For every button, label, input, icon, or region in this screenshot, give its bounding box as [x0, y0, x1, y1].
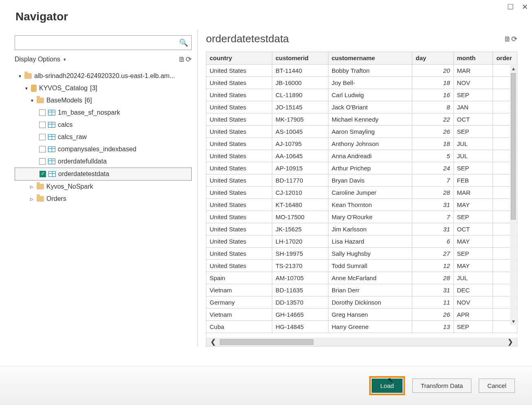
- cell-day: 22: [412, 113, 453, 125]
- tree-root-label: alb-srinadh20242-624920320.us-east-1.elb…: [34, 72, 175, 80]
- checkbox[interactable]: [39, 122, 46, 128]
- cell-customerid: TS-21370: [272, 259, 328, 272]
- cancel-button[interactable]: Cancel: [479, 379, 515, 393]
- column-header[interactable]: order: [493, 52, 517, 64]
- table-row[interactable]: United StatesAJ-10795Anthony Johnson18JU…: [206, 137, 517, 150]
- checkbox[interactable]: [39, 146, 46, 152]
- maximize-icon[interactable]: ☐: [507, 3, 514, 11]
- cell-country: United States: [206, 211, 272, 223]
- cell-day: 31: [412, 198, 453, 211]
- cell-country: United States: [206, 137, 272, 150]
- load-button[interactable]: Load: [372, 379, 402, 393]
- refresh-icon[interactable]: 🗎⟳: [178, 55, 192, 64]
- table-row[interactable]: United StatesCJ-12010Caroline Jumper28MA…: [206, 186, 517, 198]
- table-row[interactable]: United StatesJO-15145Jack O'Briant8JAN: [206, 101, 517, 113]
- table-row[interactable]: CubaHG-14845Harry Greene13SEP: [206, 320, 517, 333]
- column-header[interactable]: month: [453, 52, 493, 64]
- table-row[interactable]: GermanyDD-13570Dorothy Dickinson11NOV: [206, 296, 517, 308]
- table-row[interactable]: United StatesAP-10915Arthur Prichep24SEP: [206, 162, 517, 174]
- cell-customerid: BT-11440: [272, 64, 328, 76]
- table-icon: [48, 110, 55, 115]
- cell-customerid: AP-10915: [272, 162, 328, 174]
- tree-catalog[interactable]: ▼ KYVOS_Catalog [3]: [15, 82, 192, 94]
- table-row[interactable]: United StatesAA-10645Anna Andreadi5JUL: [206, 150, 517, 162]
- scroll-thumb[interactable]: [220, 339, 313, 345]
- search-icon[interactable]: 🔍: [179, 38, 188, 47]
- tree-table-item[interactable]: calcs: [15, 119, 192, 131]
- table-row[interactable]: United StatesTS-21370Todd Sumrall12MAY: [206, 259, 517, 272]
- caret-down-icon[interactable]: ▼: [18, 74, 22, 78]
- scroll-up-icon[interactable]: ▴: [511, 64, 516, 72]
- scroll-thumb[interactable]: [511, 73, 516, 220]
- cell-customername: Anna Andreadi: [328, 150, 412, 162]
- search-input[interactable]: [18, 39, 179, 46]
- vertical-scrollbar[interactable]: ▴ ▾: [510, 64, 517, 325]
- table-row[interactable]: United StatesLH-17020Lisa Hazard6MAY: [206, 235, 517, 247]
- caret-right-icon[interactable]: ▷: [30, 185, 34, 189]
- tree-table-item[interactable]: orderdatefulldata: [15, 155, 192, 168]
- tree-orders-label: Orders: [46, 195, 66, 202]
- table-row[interactable]: United StatesCL-11890Carl Ludwig16SEP: [206, 89, 517, 101]
- tree-table-label: orderdatefulldata: [58, 158, 107, 165]
- table-row[interactable]: United StatesKT-16480Kean Thornton31MAY: [206, 198, 517, 211]
- caret-down-icon[interactable]: ▼: [24, 86, 28, 91]
- column-header[interactable]: day: [412, 52, 453, 64]
- table-row[interactable]: VietnamGH-14665Greg Hansen26APR: [206, 308, 517, 320]
- table-row[interactable]: United StatesBT-11440Bobby Trafton20MAR: [206, 64, 517, 76]
- checkbox[interactable]: [39, 158, 46, 165]
- folder-icon: [37, 98, 44, 103]
- table-row[interactable]: United StatesMK-17905Michael Kennedy22OC…: [206, 113, 517, 125]
- table-row[interactable]: VietnamBD-11635Brian Derr31DEC: [206, 284, 517, 296]
- tree-table-label: orderdatetestdata: [58, 170, 109, 178]
- table-icon: [48, 146, 55, 152]
- cell-day: 6: [412, 235, 453, 247]
- cell-day: 28: [412, 186, 453, 198]
- cell-customername: Todd Sumrall: [328, 259, 412, 272]
- tree-table-item[interactable]: orderdatetestdata: [15, 168, 192, 181]
- cell-customerid: BD-11635: [272, 284, 328, 296]
- column-header[interactable]: customerid: [272, 52, 328, 64]
- cell-customername: Jack O'Briant: [328, 101, 412, 113]
- table-icon: [48, 122, 55, 128]
- checkbox[interactable]: [39, 171, 46, 177]
- table-row[interactable]: United StatesJK-15625Jim Karlsson31OCT: [206, 223, 517, 235]
- cell-country: United States: [206, 198, 272, 211]
- tree-table-item[interactable]: 1m_base_sf_nospark: [15, 107, 192, 119]
- column-header[interactable]: customername: [328, 52, 412, 64]
- tree-root[interactable]: ▼ alb-srinadh20242-624920320.us-east-1.e…: [15, 70, 192, 82]
- search-box[interactable]: 🔍: [15, 35, 192, 50]
- caret-down-icon[interactable]: ▼: [30, 98, 34, 103]
- cell-month: SEP: [453, 162, 493, 174]
- cell-customerid: KT-16480: [272, 198, 328, 211]
- table-row[interactable]: United StatesBD-11770Bryan Davis7FEB: [206, 174, 517, 186]
- tree-table-item[interactable]: companysales_indexbased: [15, 143, 192, 155]
- table-row[interactable]: United StatesSH-19975Sally Hughsby27SEP: [206, 247, 517, 259]
- tree-basemodels[interactable]: ▼ BaseModels [6]: [15, 94, 192, 107]
- display-options-dropdown[interactable]: Display Options ▼: [15, 56, 67, 63]
- checkbox[interactable]: [39, 109, 46, 116]
- checkbox[interactable]: [39, 134, 46, 140]
- cell-customerid: JK-15625: [272, 223, 328, 235]
- table-row[interactable]: United StatesJB-16000Joy Bell-18NOV: [206, 76, 517, 89]
- column-header[interactable]: country: [206, 52, 272, 64]
- transform-data-button[interactable]: Transform Data: [412, 379, 472, 393]
- preview-refresh-icon[interactable]: 🗎⟳: [504, 35, 517, 44]
- tree-nospark[interactable]: ▷ Kyvos_NoSpark: [15, 181, 192, 193]
- table-row[interactable]: United StatesAS-10045Aaron Smayling26SEP: [206, 125, 517, 137]
- close-icon[interactable]: ✕: [522, 3, 528, 11]
- scroll-down-icon[interactable]: ▾: [511, 317, 516, 325]
- horizontal-scrollbar[interactable]: ❮ ❯: [206, 338, 517, 346]
- table-row[interactable]: United StatesMO-17500Mary O'Rourke7SEP: [206, 211, 517, 223]
- scroll-left-icon[interactable]: ❮: [206, 338, 220, 346]
- folder-icon: [37, 196, 44, 202]
- cell-country: United States: [206, 64, 272, 76]
- cell-customerid: AA-10645: [272, 150, 328, 162]
- scroll-right-icon[interactable]: ❯: [504, 338, 517, 346]
- cell-customername: Dorothy Dickinson: [328, 296, 412, 308]
- tree-table-item[interactable]: calcs_raw: [15, 131, 192, 143]
- cell-customerid: GH-14665: [272, 308, 328, 320]
- caret-right-icon[interactable]: ▷: [30, 197, 34, 201]
- table-row[interactable]: SpainAM-10705Anne McFarland28JUL: [206, 272, 517, 284]
- preview-title: orderdatetestdata: [206, 33, 289, 45]
- tree-orders[interactable]: ▷ Orders: [15, 193, 192, 205]
